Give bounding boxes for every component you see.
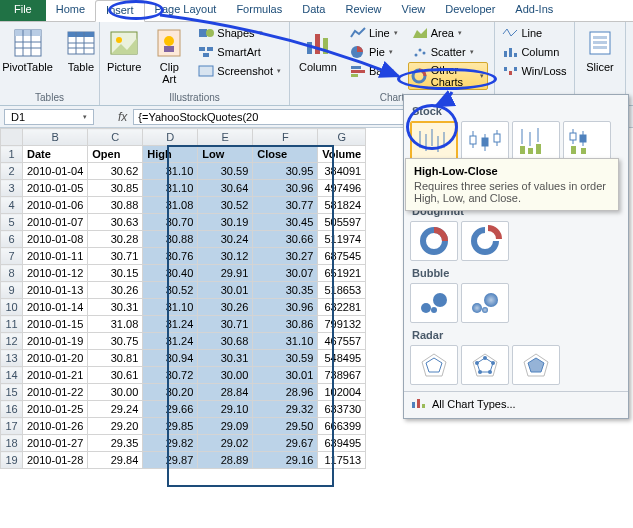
cell[interactable]: 30.59 — [198, 163, 253, 180]
cell[interactable]: 2010-01-20 — [23, 350, 88, 367]
chart-scatter-button[interactable]: Scatter▾ — [408, 43, 488, 61]
shapes-button[interactable]: Shapes▾ — [194, 24, 285, 42]
chart-bar-button[interactable]: Bar▾ — [346, 62, 402, 80]
cell[interactable]: 2010-01-21 — [23, 367, 88, 384]
cell[interactable]: 28.84 — [198, 384, 253, 401]
table-row[interactable]: 22010-01-0430.6231.1030.5930.95384091 — [1, 163, 366, 180]
row-header[interactable]: 15 — [1, 384, 23, 401]
tab-insert[interactable]: Insert — [95, 0, 145, 22]
cell[interactable]: 30.27 — [253, 248, 318, 265]
doughnut-thumb[interactable] — [410, 221, 458, 261]
cell[interactable]: 2010-01-08 — [23, 231, 88, 248]
cell[interactable]: 30.31 — [88, 299, 143, 316]
row-header[interactable]: 6 — [1, 231, 23, 248]
cell[interactable]: 30.61 — [88, 367, 143, 384]
table-button[interactable]: Table — [62, 24, 100, 76]
table-row[interactable]: 1DateOpenHighLowCloseVolume — [1, 146, 366, 163]
radar-thumb[interactable] — [410, 345, 458, 385]
row-header[interactable]: 7 — [1, 248, 23, 265]
cell[interactable]: 518653 — [318, 282, 366, 299]
cell[interactable]: 505597 — [318, 214, 366, 231]
cell[interactable]: 29.85 — [143, 418, 198, 435]
cell[interactable]: 581824 — [318, 197, 366, 214]
table-row[interactable]: 162010-01-2529.2429.6629.1029.32633730 — [1, 401, 366, 418]
cell[interactable]: 30.81 — [88, 350, 143, 367]
cell[interactable]: 30.26 — [88, 282, 143, 299]
cell[interactable]: 28.96 — [253, 384, 318, 401]
cell[interactable]: 497496 — [318, 180, 366, 197]
table-row[interactable]: 112010-01-1531.0831.2430.7130.86799132 — [1, 316, 366, 333]
cell[interactable]: 384091 — [318, 163, 366, 180]
pivot-table-button[interactable]: PivotTable — [0, 24, 56, 76]
cell[interactable]: 29.91 — [198, 265, 253, 282]
clipart-button[interactable]: Clip Art — [150, 24, 188, 88]
cell[interactable]: 30.76 — [143, 248, 198, 265]
cell[interactable]: 29.02 — [198, 435, 253, 452]
cell[interactable]: 30.24 — [198, 231, 253, 248]
cell[interactable]: 30.63 — [88, 214, 143, 231]
doughnut-exploded-thumb[interactable] — [461, 221, 509, 261]
table-row[interactable]: 182010-01-2729.3529.8229.0229.67639495 — [1, 435, 366, 452]
cell[interactable]: 29.50 — [253, 418, 318, 435]
cell[interactable]: 2010-01-06 — [23, 197, 88, 214]
cell[interactable]: 31.24 — [143, 333, 198, 350]
screenshot-button[interactable]: Screenshot▾ — [194, 62, 285, 80]
cell[interactable]: 632281 — [318, 299, 366, 316]
bubble-3d-thumb[interactable] — [461, 283, 509, 323]
cell[interactable]: 666399 — [318, 418, 366, 435]
cell[interactable]: 30.07 — [253, 265, 318, 282]
cell[interactable]: 30.31 — [198, 350, 253, 367]
name-box[interactable]: D1▾ — [4, 109, 94, 125]
table-row[interactable]: 92010-01-1330.2630.5230.0130.35518653 — [1, 282, 366, 299]
cell[interactable]: 29.20 — [88, 418, 143, 435]
cell[interactable]: 102004 — [318, 384, 366, 401]
cell[interactable]: 29.87 — [143, 452, 198, 469]
row-header[interactable]: 16 — [1, 401, 23, 418]
cell[interactable]: Open — [88, 146, 143, 163]
table-row[interactable]: 52010-01-0730.6330.7030.1930.45505597 — [1, 214, 366, 231]
cell[interactable]: 29.10 — [198, 401, 253, 418]
cell[interactable]: 2010-01-07 — [23, 214, 88, 231]
cell[interactable]: 30.59 — [253, 350, 318, 367]
radar-filled-thumb[interactable] — [512, 345, 560, 385]
cell[interactable]: 28.89 — [198, 452, 253, 469]
cell[interactable]: 29.66 — [143, 401, 198, 418]
cell[interactable]: 30.01 — [198, 282, 253, 299]
sparkline-line-button[interactable]: Line — [498, 24, 570, 42]
sparkline-winloss-button[interactable]: Win/Loss — [498, 62, 570, 80]
sparkline-column-button[interactable]: Column — [498, 43, 570, 61]
cell[interactable]: 29.35 — [88, 435, 143, 452]
cell[interactable]: 799132 — [318, 316, 366, 333]
cell[interactable]: Close — [253, 146, 318, 163]
bubble-thumb[interactable] — [410, 283, 458, 323]
cell[interactable]: High — [143, 146, 198, 163]
cell[interactable]: 639495 — [318, 435, 366, 452]
col-header-E[interactable]: E — [198, 129, 253, 146]
cell[interactable]: 30.19 — [198, 214, 253, 231]
table-row[interactable]: 142010-01-2130.6130.7230.0030.01738967 — [1, 367, 366, 384]
table-row[interactable]: 132010-01-2030.8130.9430.3130.59548495 — [1, 350, 366, 367]
picture-button[interactable]: Picture — [104, 24, 144, 76]
cell[interactable]: 31.08 — [143, 197, 198, 214]
cell[interactable]: 30.52 — [198, 197, 253, 214]
cell[interactable]: 30.94 — [143, 350, 198, 367]
grid-table[interactable]: B C D E F G 1DateOpenHighLowCloseVolume2… — [0, 128, 366, 469]
table-row[interactable]: 192010-01-2829.8429.8728.8929.16117513 — [1, 452, 366, 469]
cell[interactable]: 31.10 — [143, 299, 198, 316]
chart-area-button[interactable]: Area▾ — [408, 24, 488, 42]
cell[interactable]: 30.71 — [88, 248, 143, 265]
cell[interactable]: 29.09 — [198, 418, 253, 435]
cell[interactable]: 30.75 — [88, 333, 143, 350]
row-header[interactable]: 2 — [1, 163, 23, 180]
slicer-button[interactable]: Slicer — [581, 24, 619, 76]
cell[interactable]: 30.01 — [253, 367, 318, 384]
row-header[interactable]: 19 — [1, 452, 23, 469]
cell[interactable]: 687545 — [318, 248, 366, 265]
cell[interactable]: 30.20 — [143, 384, 198, 401]
cell[interactable]: 2010-01-04 — [23, 163, 88, 180]
tab-addins[interactable]: Add-Ins — [505, 0, 563, 21]
chart-pie-button[interactable]: Pie▾ — [346, 43, 402, 61]
cell[interactable]: 2010-01-27 — [23, 435, 88, 452]
cell[interactable]: 2010-01-14 — [23, 299, 88, 316]
cell[interactable]: 31.24 — [143, 316, 198, 333]
